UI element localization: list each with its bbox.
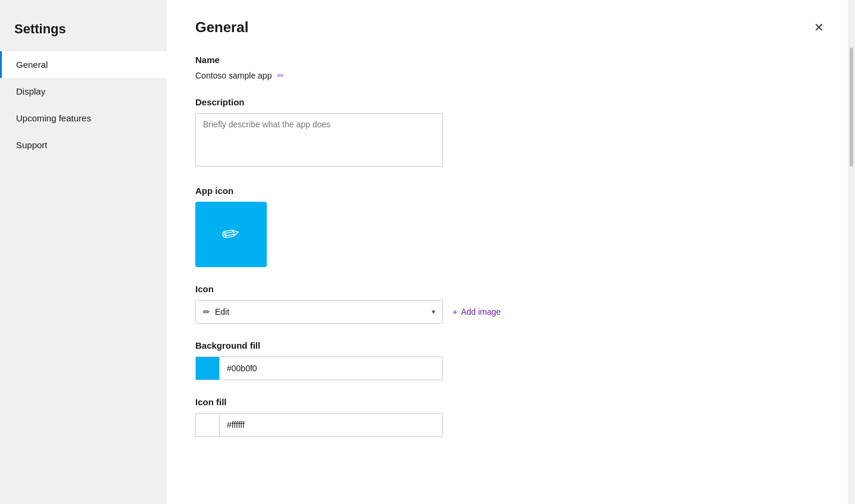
background-fill-section: Background fill (195, 340, 826, 380)
app-icon-pencil-icon: ✏ (220, 221, 242, 249)
sidebar-item-display[interactable]: Display (0, 78, 167, 105)
chevron-down-icon: ▾ (432, 308, 435, 316)
sidebar-item-support-label: Support (16, 140, 48, 150)
scrollbar-track[interactable] (848, 0, 855, 504)
icon-color-swatch[interactable] (195, 413, 219, 437)
background-fill-row (195, 356, 826, 380)
icon-fill-input[interactable] (219, 413, 443, 437)
icon-section: Icon ✏ Edit ▾ + Add image (195, 284, 826, 324)
app-icon-label: App icon (195, 186, 826, 196)
description-section: Description (195, 97, 826, 169)
page-header: General ✕ (195, 19, 826, 36)
sidebar-item-upcoming-features[interactable]: Upcoming features (0, 105, 167, 132)
description-label: Description (195, 97, 826, 107)
icon-row: ✏ Edit ▾ + Add image (195, 300, 826, 324)
plus-icon: + (453, 307, 457, 317)
icon-select[interactable]: ✏ Edit ▾ (195, 300, 443, 324)
background-fill-input[interactable] (219, 356, 443, 380)
main-wrapper: General ✕ Name Contoso sample app ✏ Desc… (167, 0, 855, 504)
icon-select-pencil: ✏ (203, 307, 210, 317)
name-edit-icon[interactable]: ✏ (277, 71, 285, 80)
app-icon-preview[interactable]: ✏ (195, 202, 267, 267)
name-section: Name Contoso sample app ✏ (195, 55, 826, 80)
background-color-swatch[interactable] (195, 356, 219, 380)
page-title: General (195, 19, 248, 36)
sidebar-item-display-label: Display (16, 86, 45, 96)
icon-select-value: Edit (215, 307, 229, 317)
sidebar-item-general-label: General (16, 60, 48, 70)
sidebar-title: Settings (0, 12, 167, 51)
main-content: General ✕ Name Contoso sample app ✏ Desc… (167, 0, 855, 504)
icon-fill-section: Icon fill (195, 397, 826, 437)
sidebar-item-general[interactable]: General (0, 51, 167, 78)
sidebar-item-upcoming-features-label: Upcoming features (16, 113, 91, 123)
name-label: Name (195, 55, 826, 65)
app-icon-section: App icon ✏ (195, 186, 826, 267)
name-value: Contoso sample app (195, 71, 272, 80)
scrollbar-thumb[interactable] (850, 48, 853, 167)
sidebar-item-support[interactable]: Support (0, 132, 167, 158)
icon-fill-label: Icon fill (195, 397, 826, 407)
icon-label: Icon (195, 284, 826, 294)
add-image-label: Add image (461, 307, 501, 317)
background-fill-label: Background fill (195, 340, 826, 350)
icon-select-left: ✏ Edit (203, 307, 229, 317)
close-button[interactable]: ✕ (812, 19, 826, 36)
add-image-button[interactable]: + Add image (453, 307, 501, 317)
description-textarea[interactable] (195, 113, 443, 167)
sidebar: Settings General Display Upcoming featur… (0, 0, 167, 504)
name-row: Contoso sample app ✏ (195, 71, 826, 80)
icon-fill-row (195, 413, 826, 437)
